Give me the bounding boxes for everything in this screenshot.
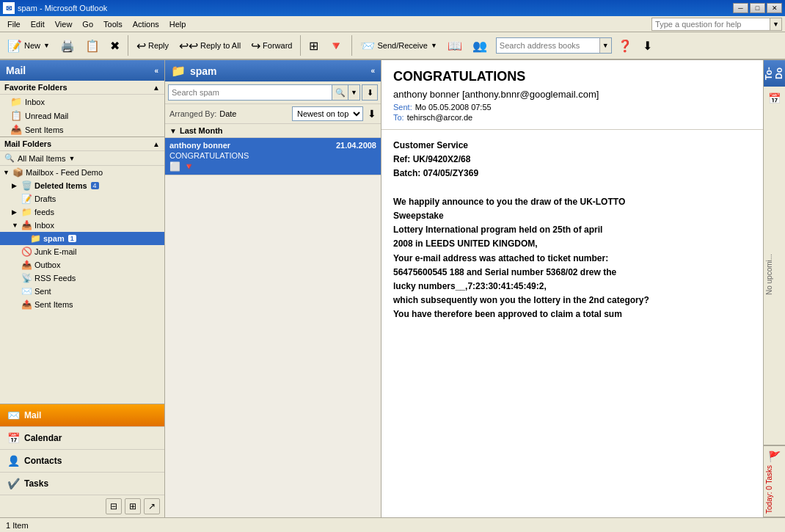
tree-rss[interactable]: 📡 RSS Feeds (0, 272, 164, 285)
unread-folder-icon: 📋 (10, 110, 22, 121)
nav-tab-tasks[interactable]: ✔️ Tasks (0, 473, 164, 495)
sidebar-collapse-button[interactable]: « (154, 67, 158, 75)
help-input[interactable] (652, 20, 770, 29)
feeds-expand-icon[interactable]: ▶ (12, 208, 19, 216)
view-mode-button[interactable]: ⊞ (304, 34, 323, 57)
search-button[interactable]: 🔍 (332, 84, 348, 101)
move-button[interactable]: 📋 (81, 34, 104, 57)
sidebar-title: Mail (6, 65, 26, 76)
reply-button[interactable]: ↩ Reply (132, 34, 173, 57)
sidebar-item-inbox[interactable]: 📁 Inbox (0, 95, 164, 109)
menu-file[interactable]: File (3, 18, 25, 30)
send-receive-icon: 📨 (360, 39, 375, 53)
tree-mailbox[interactable]: ▼ 📦 Mailbox - Feed Demo (0, 166, 164, 179)
menu-edit[interactable]: Edit (26, 18, 49, 30)
group-header-last-month[interactable]: ▼ Last Month (165, 124, 381, 138)
filter-email-icon[interactable]: 🔻 (183, 161, 194, 172)
print-button[interactable]: 🖨️ (56, 34, 79, 57)
forward-button[interactable]: ↪ Forward (247, 34, 296, 57)
folder-name: spam (190, 65, 217, 77)
search-expand[interactable]: ⬇ (362, 84, 378, 101)
mailbox-expand-icon[interactable]: ▼ (3, 169, 10, 176)
send-receive-button[interactable]: 📨 Send/Receive ▼ (356, 34, 441, 57)
favorite-folders-arrow[interactable]: ▲ (153, 84, 160, 92)
mail-folders-header[interactable]: Mail Folders ▲ (0, 136, 164, 151)
all-mail-items[interactable]: 🔍 All Mail Items ▼ (0, 151, 164, 166)
maximize-button[interactable]: □ (750, 3, 765, 13)
search-addr-dropdown[interactable]: ▼ (599, 38, 611, 53)
window-title: spam - Microsoft Outlook (18, 4, 107, 12)
sidebar-item-unread[interactable]: 📋 Unread Mail (0, 109, 164, 123)
close-button[interactable]: ✕ (767, 3, 782, 13)
delete-button[interactable]: ✖ (106, 34, 124, 57)
tree-sent-items[interactable]: 📤 Sent Items (0, 298, 164, 311)
deleted-expand-icon[interactable]: ▶ (12, 182, 19, 189)
search-addr-input[interactable] (497, 41, 599, 50)
address-book-button[interactable]: 📖 (443, 34, 467, 57)
junk-icon: 🚫 (21, 247, 32, 257)
menu-go[interactable]: Go (78, 18, 98, 30)
calendar-tab-icon: 📅 (7, 432, 20, 444)
menu-actions[interactable]: Actions (128, 18, 164, 30)
group-expand-icon[interactable]: ▼ (169, 127, 177, 135)
search-input[interactable] (168, 84, 332, 101)
expand-button[interactable]: ⬇ (638, 34, 657, 57)
todo-divider (764, 445, 785, 446)
sort-by[interactable]: Date (219, 109, 236, 118)
menu-view[interactable]: View (51, 18, 77, 30)
email-action-icons: ⬜ 🔻 (169, 161, 376, 172)
tree-outbox[interactable]: 📤 Outbox (0, 258, 164, 272)
inbox-folder-icon: 📁 (10, 96, 22, 107)
sidebar-item-sent[interactable]: 📤 Sent Items (0, 123, 164, 136)
all-mail-dropdown[interactable]: ▼ (68, 155, 75, 162)
filter-button[interactable]: 🔻 (324, 34, 348, 57)
search-dropdown[interactable]: ▼ (348, 84, 360, 101)
nav-extra-1[interactable]: ⊟ (106, 498, 122, 514)
expand-icon: ⬇ (643, 39, 652, 53)
favorite-folders-header[interactable]: Favorite Folders ▲ (0, 81, 164, 95)
nav-tab-contacts[interactable]: 👤 Contacts (0, 450, 164, 473)
tree-spam[interactable]: 📁 spam 1 (0, 232, 164, 245)
contacts-button[interactable]: 👥 (468, 34, 492, 57)
rss-icon: 📡 (21, 273, 32, 283)
nav-extra-2[interactable]: ⊞ (125, 498, 141, 514)
help-button[interactable]: ❓ (613, 34, 637, 57)
tree-deleted-items[interactable]: ▶ 🗑️ Deleted Items 4 (0, 179, 164, 192)
menu-help[interactable]: Help (165, 18, 191, 30)
email-body: Customer Service Ref: UK/9420X2/68 Batch… (381, 130, 763, 517)
inbox-expand-icon[interactable]: ▼ (12, 222, 19, 229)
mail-folders-arrow[interactable]: ▲ (153, 140, 160, 148)
right-pane: CONGRATULATIONS anthony bonner [anthony.… (381, 60, 763, 517)
email-item-congratulations[interactable]: anthony bonner 21.04.2008 CONGRATULATION… (165, 138, 381, 175)
spam-badge: 1 (68, 235, 76, 242)
todo-calendar-icon[interactable]: 📅 (768, 92, 781, 104)
tree-drafts[interactable]: 📝 Drafts (0, 192, 164, 205)
window-controls[interactable]: ─ □ ✕ (733, 3, 782, 13)
search-address-books[interactable]: ▼ (496, 37, 612, 54)
to-value: tehirsch@arcor.de (407, 113, 472, 122)
todo-bar-header[interactable]: To-Do Bar (764, 60, 785, 87)
nav-tab-calendar[interactable]: 📅 Calendar (0, 427, 164, 450)
menu-tools[interactable]: Tools (99, 18, 127, 30)
flag-icon[interactable]: ⬜ (169, 161, 180, 172)
toolbar: 📝 New ▼ 🖨️ 📋 ✖ ↩ Reply ↩↩ Reply to All ↪… (0, 32, 785, 60)
sort-order-select[interactable]: Newest on top Oldest on top (292, 106, 363, 121)
tree-inbox[interactable]: ▼ 📥 Inbox (0, 219, 164, 232)
tree-sent[interactable]: ✉️ Sent (0, 285, 164, 298)
nav-tab-mail[interactable]: ✉️ Mail (0, 404, 164, 427)
tree-junk[interactable]: 🚫 Junk E-mail (0, 245, 164, 258)
help-dropdown-arrow[interactable]: ▼ (770, 18, 781, 30)
new-dropdown-icon[interactable]: ▼ (43, 42, 50, 49)
folder-tree: ▼ 📦 Mailbox - Feed Demo ▶ 🗑️ Deleted Ite… (0, 166, 164, 404)
help-box[interactable]: ▼ (651, 18, 782, 31)
tree-feeds[interactable]: ▶ 📁 feeds (0, 205, 164, 219)
pane-collapse-button[interactable]: « (370, 67, 375, 75)
sort-direction-button[interactable]: ⬇ (368, 108, 376, 120)
reply-all-button[interactable]: ↩↩ Reply to All (175, 34, 245, 57)
nav-extra-3[interactable]: ↗ (144, 498, 160, 514)
send-receive-dropdown[interactable]: ▼ (431, 42, 437, 49)
todo-bar: To-Do Bar 📅 No upcomi... 🚩 Today: 0 Task… (763, 60, 785, 517)
new-button[interactable]: 📝 New ▼ (3, 34, 54, 57)
calendar-tab-label: Calendar (24, 433, 62, 443)
minimize-button[interactable]: ─ (733, 3, 748, 13)
